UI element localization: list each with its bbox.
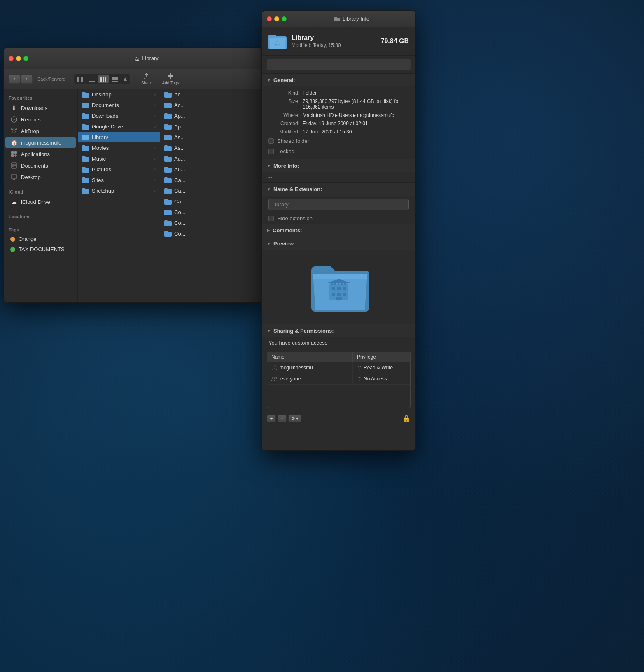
file-item[interactable]: Ap... [160, 121, 234, 132]
add-permission-button[interactable]: + [267, 415, 276, 422]
permission-action-button[interactable]: ⚙ ▾ [288, 415, 301, 422]
shared-folder-label: Shared folder [277, 138, 309, 144]
hide-extension-checkbox[interactable] [268, 216, 274, 221]
chevron-icon: › [154, 92, 156, 97]
list-view-button[interactable] [86, 75, 97, 83]
info-filename: Library [292, 34, 376, 42]
gallery-view-button[interactable] [110, 75, 120, 83]
file-item[interactable]: Co... [160, 207, 234, 217]
remove-permission-button[interactable]: − [278, 415, 287, 422]
chevron-icon: › [154, 178, 156, 182]
downloads-icon: ⬇ [10, 104, 18, 112]
perms-row-user: mcguinnessmu… Read & Write [267, 362, 410, 373]
sharing-access-text: You have custom access [262, 337, 415, 348]
modified-label: Modified: [268, 129, 299, 135]
kind-label: Kind: [268, 90, 299, 96]
forward-button[interactable]: › [21, 75, 33, 84]
file-item[interactable]: As... [160, 142, 234, 153]
general-section: ▼ General: Kind: Folder Size: 79,839,380… [262, 74, 415, 159]
name-extension-header[interactable]: ▼ Name & Extension: [262, 183, 415, 196]
file-item[interactable]: Au... [160, 164, 234, 175]
file-item[interactable]: Ca... [160, 196, 234, 207]
file-item[interactable]: Co... [160, 228, 234, 239]
sidebar-item-documents[interactable]: Documents [5, 160, 76, 171]
file-item[interactable]: Documents › [78, 100, 160, 110]
svg-rect-21 [11, 151, 14, 154]
svg-rect-12 [114, 81, 116, 82]
perms-privilege-col: Privilege [352, 352, 410, 362]
perms-priv-cell: No Access [352, 373, 410, 384]
comments-section-header[interactable]: ▶ Comments: [262, 224, 415, 237]
svg-rect-6 [89, 81, 95, 82]
sidebar-item-icloud-drive[interactable]: ☁ iCloud Drive [5, 196, 76, 208]
file-item[interactable]: Ap... [160, 110, 234, 121]
perms-privilege: Read & Write [364, 365, 393, 371]
sidebar-item-desktop[interactable]: Desktop [5, 171, 76, 183]
sidebar-tag-orange[interactable]: Orange [5, 234, 76, 244]
file-item[interactable]: Au... [160, 153, 234, 164]
sharing-header[interactable]: ▼ Sharing & Permissions: [262, 324, 415, 337]
file-item[interactable]: Downloads › [78, 110, 160, 121]
file-item[interactable]: Music › [78, 153, 160, 164]
file-item[interactable]: Movies › [78, 142, 160, 153]
file-item[interactable]: Desktop › [78, 89, 160, 100]
file-item[interactable]: Sites › [78, 175, 160, 185]
documents-icon [10, 162, 18, 169]
info-close-button[interactable] [267, 16, 272, 21]
file-item[interactable]: Ca... [160, 175, 234, 185]
chevron-icon: › [154, 103, 156, 107]
sidebar-tag-tax[interactable]: TAX DOCUMENTS [5, 244, 76, 254]
more-info-header[interactable]: ▼ More Info: [262, 159, 415, 172]
general-section-header[interactable]: ▼ General: [262, 74, 415, 86]
add-tags-button[interactable]: Add Tags [160, 72, 182, 86]
hide-extension-row: Hide extension [262, 213, 415, 224]
recents-icon [10, 116, 18, 123]
svg-rect-4 [89, 77, 95, 77]
file-item[interactable]: Co... [160, 217, 234, 228]
stepper-icon[interactable] [357, 376, 362, 381]
info-titlebar: Library Info [262, 11, 415, 27]
nav-label: Back/Forward [37, 77, 65, 82]
sidebar-item-downloads[interactable]: ⬇ Downloads [5, 102, 76, 114]
file-item[interactable]: Pictures › [78, 164, 160, 175]
back-button[interactable]: ‹ [9, 75, 20, 84]
sidebar-item-applications[interactable]: Applications [5, 148, 76, 160]
sidebar-item-recents[interactable]: Recents [5, 114, 76, 125]
icon-view-button[interactable] [75, 75, 86, 83]
sidebar-item-label: AirDrop [21, 128, 39, 134]
created-row: Created: Friday, 19 June 2009 at 02:01 [262, 119, 415, 128]
close-button[interactable] [9, 56, 14, 61]
tags-label: Tags [4, 224, 77, 234]
file-item-library[interactable]: Library › [78, 132, 160, 142]
file-item[interactable]: As... [160, 132, 234, 142]
created-value: Friday, 19 June 2009 at 02:01 [303, 121, 409, 126]
share-button[interactable]: Share [139, 72, 155, 86]
lock-icon[interactable]: 🔒 [402, 415, 411, 422]
file-item[interactable]: Ac... [160, 100, 234, 110]
add-tags-bar [262, 56, 415, 74]
preview-content [262, 250, 415, 324]
column-view-button[interactable] [98, 75, 109, 83]
folder-icon [82, 91, 89, 98]
file-item[interactable]: Ca... [160, 185, 234, 196]
file-item[interactable]: Sketchup › [78, 185, 160, 196]
file-item[interactable]: Google Drive › [78, 121, 160, 132]
add-tags-input[interactable] [267, 59, 411, 70]
file-item[interactable]: Ac... [160, 89, 234, 100]
view-options-button[interactable] [121, 75, 129, 83]
sidebar-item-user[interactable]: 🏠 mcguinnessmufc [5, 137, 76, 148]
sidebar-item-airdrop[interactable]: AirDrop [5, 125, 76, 137]
permissions-table: Name Privilege mcguinnessmu… Read & Writ… [267, 352, 411, 408]
shared-folder-checkbox[interactable] [268, 138, 274, 144]
minimize-button[interactable] [16, 56, 21, 61]
name-extension-input[interactable] [268, 199, 409, 210]
svg-rect-13 [116, 81, 118, 82]
stepper-icon[interactable] [357, 365, 362, 370]
perms-username: mcguinnessmu… [280, 365, 318, 371]
icloud-drive-icon: ☁ [10, 198, 18, 205]
info-minimize-button[interactable] [274, 16, 279, 21]
info-zoom-button[interactable] [282, 16, 287, 21]
zoom-button[interactable] [23, 56, 28, 61]
locked-checkbox[interactable] [268, 149, 274, 154]
preview-header[interactable]: ▼ Preview: [262, 237, 415, 250]
